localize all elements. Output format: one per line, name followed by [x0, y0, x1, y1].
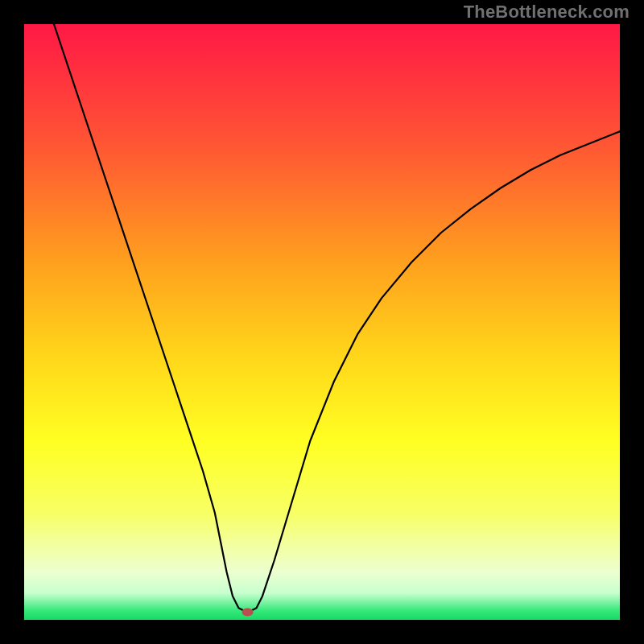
optimum-marker	[242, 608, 254, 616]
watermark-text: TheBottleneck.com	[464, 2, 630, 23]
chart-frame: TheBottleneck.com	[0, 0, 644, 644]
chart-svg	[24, 24, 620, 620]
gradient-background	[24, 24, 620, 620]
plot-area	[24, 24, 620, 620]
